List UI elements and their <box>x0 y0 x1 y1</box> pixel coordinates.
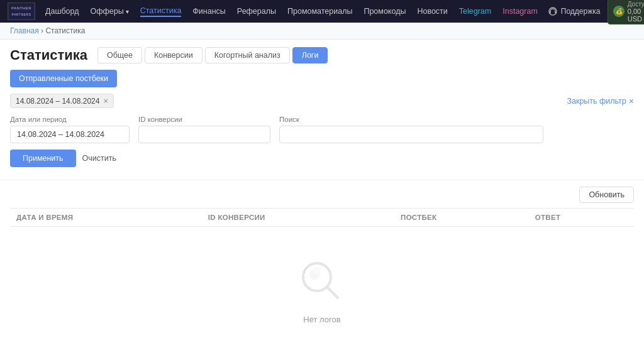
top-navigation: PANTHER PARTNERS Дашборд Офферы Статисти… <box>0 0 644 23</box>
page-title: Статистика <box>10 47 87 63</box>
balance-info: Доступно 0,00 USD <box>628 1 644 23</box>
nav-promo-codes[interactable]: Промокоды <box>364 7 406 16</box>
sent-postbacks-button[interactable]: Отправленные постбеки <box>10 70 117 87</box>
balance-button[interactable]: 💰 Доступно 0,00 USD <box>608 0 644 25</box>
balance-value: 0,00 USD <box>628 8 644 23</box>
divider <box>0 180 644 180</box>
nav-referrals[interactable]: Рефералы <box>237 7 276 16</box>
nav-right: Поддержка 💰 Доступно 0,00 USD W <box>548 0 644 25</box>
balance-icon: 💰 <box>613 6 624 17</box>
svg-rect-4 <box>550 11 551 13</box>
remove-filter-tag-button[interactable]: × <box>103 96 108 106</box>
nav-promo-materials[interactable]: Промоматериалы <box>287 7 352 16</box>
id-label: ID конверсии <box>138 116 270 123</box>
tab-group: Общее Конверсии Когортный анализ Логи <box>97 47 328 63</box>
svg-rect-0 <box>9 3 34 19</box>
date-label: Дата или период <box>10 116 130 123</box>
svg-line-7 <box>327 287 338 298</box>
tab-logs[interactable]: Логи <box>292 47 328 63</box>
headphones-icon <box>548 6 558 16</box>
filter-tag-label: 14.08.2024 – 14.08.2024 <box>16 97 99 106</box>
support-label: Поддержка <box>561 7 601 16</box>
date-field: Дата или период <box>10 116 130 143</box>
table-body: Нет логов <box>10 227 634 355</box>
nav-instagram[interactable]: Instagram <box>502 7 538 16</box>
breadcrumb: Главная › Статистика <box>0 23 644 40</box>
filter-buttons: Применить Очистить <box>10 150 634 167</box>
apply-filter-button[interactable]: Применить <box>10 150 76 167</box>
tab-conversions[interactable]: Конверсии <box>145 47 203 63</box>
empty-state-cell: Нет логов <box>10 227 634 355</box>
col-datetime: ДАТА И ВРЕМЯ <box>10 209 202 227</box>
filter-section: 14.08.2024 – 14.08.2024 × Закрыть фильтр… <box>0 94 644 173</box>
col-response: ОТВЕТ <box>529 209 634 227</box>
svg-rect-5 <box>555 11 556 13</box>
refresh-button[interactable]: Обновить <box>579 187 634 203</box>
nav-finance[interactable]: Финансы <box>192 7 225 16</box>
table-top-row: Обновить <box>10 187 634 203</box>
col-conversion-id: ID КОНВЕРСИИ <box>202 209 394 227</box>
search-field: Поиск <box>279 116 543 143</box>
table-header: ДАТА И ВРЕМЯ ID КОНВЕРСИИ ПОСТБЕК ОТВЕТ <box>10 209 634 227</box>
filter-inputs-row: Дата или период ID конверсии Поиск <box>10 116 634 143</box>
clear-filter-button[interactable]: Очистить <box>82 154 116 163</box>
id-input[interactable] <box>138 126 270 143</box>
page-header: Статистика Общее Конверсии Когортный ана… <box>0 40 644 63</box>
breadcrumb-current: Статистика <box>45 26 85 35</box>
search-input[interactable] <box>279 126 543 143</box>
svg-point-9 <box>313 267 321 275</box>
empty-search-icon <box>297 257 347 307</box>
nav-telegram[interactable]: Telegram <box>459 7 491 16</box>
logo-area: PANTHER PARTNERS <box>8 3 35 20</box>
nav-news[interactable]: Новости <box>417 7 447 16</box>
nav-statistics[interactable]: Статистика <box>140 6 182 17</box>
date-input[interactable] <box>10 126 130 143</box>
empty-text: Нет логов <box>303 315 340 324</box>
close-filter-label: Закрыть фильтр <box>567 97 626 106</box>
id-field: ID конверсии <box>138 116 270 143</box>
action-bar: Отправленные постбеки <box>0 63 644 94</box>
support-button[interactable]: Поддержка <box>548 6 601 16</box>
table-area: Обновить ДАТА И ВРЕМЯ ID КОНВЕРСИИ ПОСТБ… <box>0 187 644 354</box>
empty-state: Нет логов <box>16 232 628 349</box>
filter-tags-row: 14.08.2024 – 14.08.2024 × Закрыть фильтр… <box>10 94 634 108</box>
svg-text:PANTHER: PANTHER <box>11 6 31 10</box>
tab-general[interactable]: Общее <box>97 47 142 63</box>
active-date-filter-tag: 14.08.2024 – 14.08.2024 × <box>10 94 114 108</box>
close-filter-button[interactable]: Закрыть фильтр × <box>567 96 634 106</box>
close-filter-x-icon: × <box>629 96 634 106</box>
nav-items: Дашборд Офферы Статистика Финансы Рефера… <box>45 6 538 17</box>
filter-tags: 14.08.2024 – 14.08.2024 × <box>10 94 114 108</box>
balance-label: Доступно <box>628 1 644 8</box>
logo[interactable]: PANTHER PARTNERS <box>8 3 35 20</box>
breadcrumb-home[interactable]: Главная <box>10 26 39 35</box>
col-postback: ПОСТБЕК <box>394 209 529 227</box>
svg-text:PARTNERS: PARTNERS <box>11 13 31 16</box>
nav-offers[interactable]: Офферы <box>91 7 129 16</box>
search-label: Поиск <box>279 116 543 123</box>
nav-dashboard[interactable]: Дашборд <box>45 7 79 16</box>
data-table: ДАТА И ВРЕМЯ ID КОНВЕРСИИ ПОСТБЕК ОТВЕТ <box>10 208 634 354</box>
tab-cohort[interactable]: Когортный анализ <box>205 47 290 63</box>
